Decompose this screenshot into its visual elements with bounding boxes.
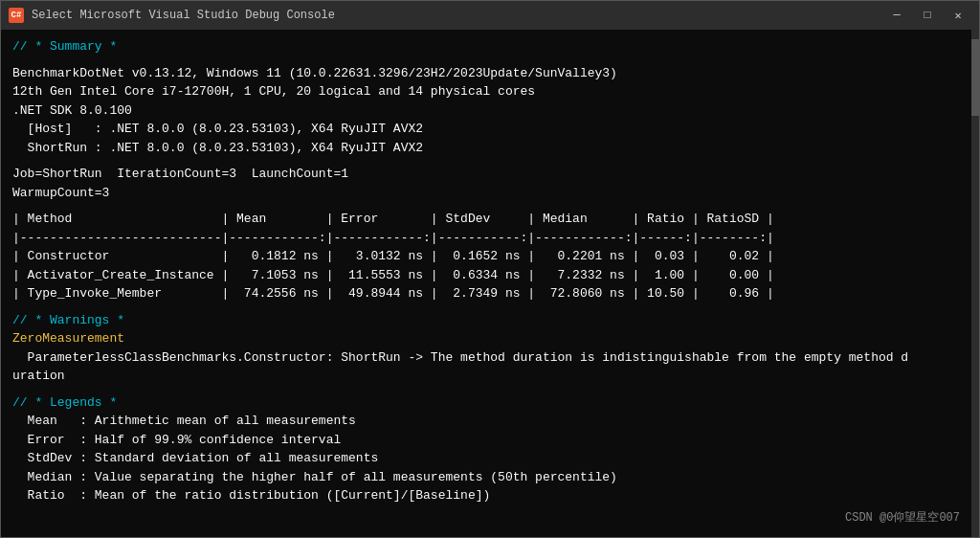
summary-header: // * Summary * [12,37,968,56]
titlebar: C# Select Microsoft Visual Studio Debug … [1,1,979,30]
job-config: Job=ShortRun IterationCount=3 LaunchCoun… [12,165,968,184]
warmup: WarmupCount=3 [12,184,968,203]
sysinfo-line-4: [Host] : .NET 8.0.0 (8.0.23.53103), X64 … [12,120,968,139]
warning-type: ZeroMeasurement [12,329,968,348]
legend-0: Mean : Arithmetic mean of all measuremen… [12,412,968,431]
table-row-3: | Type_Invoke_Member | 74.2556 ns | 49.8… [12,284,968,303]
legend-4: Ratio : Mean of the ratio distribution (… [12,486,968,505]
minimize-button[interactable]: — [883,6,910,25]
window: C# Select Microsoft Visual Studio Debug … [0,0,980,538]
legend-2: StdDev : Standard deviation of all measu… [12,449,968,468]
table-separator: |---------------------------|-----------… [12,229,968,248]
scrollbar[interactable] [971,30,979,537]
maximize-button[interactable]: □ [914,6,941,25]
table-row-2: | Activator_Create_Instance | 7.1053 ns … [12,266,968,285]
sysinfo-line-5: ShortRun : .NET 8.0.0 (8.0.23.53103), X6… [12,139,968,158]
app-icon: C# [9,8,24,23]
console-output: // * Summary * BenchmarkDotNet v0.13.12,… [1,30,979,537]
sysinfo-line-3: .NET SDK 8.0.100 [12,101,968,121]
watermark: CSDN @0仰望星空007 [845,509,960,526]
warning-text2: uration [12,367,968,386]
legends-header: // * Legends * [12,393,968,413]
warning-text: ParameterlessClassBenchmarks.Constructor… [12,348,968,368]
warnings-header: // * Warnings * [12,311,968,330]
legend-3: Median : Value separating the higher hal… [12,468,968,487]
scrollbar-thumb[interactable] [971,39,979,116]
legend-1: Error : Half of 99.9% confidence interva… [12,431,968,450]
table-header: | Method | Mean | Error | StdDev | Media… [12,210,968,229]
window-title: Select Microsoft Visual Studio Debug Con… [32,9,876,22]
window-controls: — □ ✕ [883,6,971,25]
close-button[interactable]: ✕ [945,6,971,25]
table-row-1: | Constructor | 0.1812 ns | 3.0132 ns | … [12,247,968,266]
sysinfo-line-1: BenchmarkDotNet v0.13.12, Windows 11 (10… [12,64,968,83]
sysinfo-line-2: 12th Gen Intel Core i7-12700H, 1 CPU, 20… [12,82,968,101]
